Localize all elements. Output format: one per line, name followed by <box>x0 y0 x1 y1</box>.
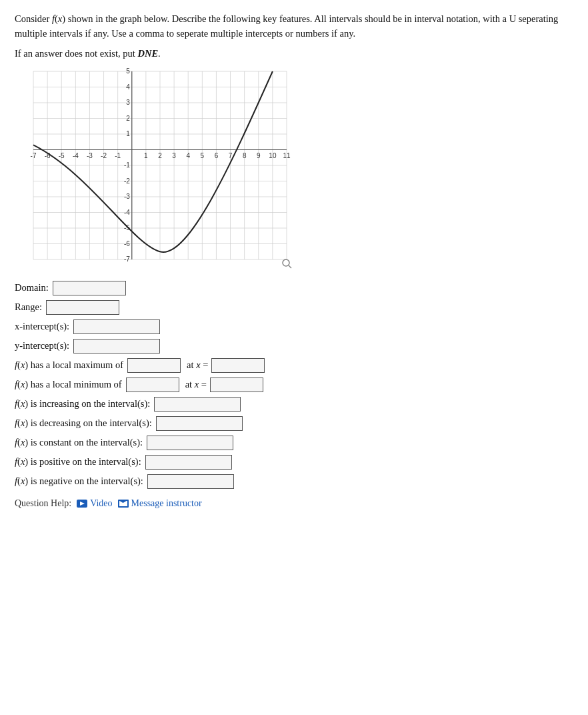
mail-icon <box>118 500 129 508</box>
video-icon <box>77 500 87 508</box>
instructions-text: Consider f(x) shown in the graph below. … <box>15 12 573 41</box>
local-max-x-input[interactable] <box>211 358 265 373</box>
decreasing-row: f(x) is decreasing on the interval(s): <box>15 416 573 431</box>
fields-section: Domain: Range: x-intercept(s): y-interce… <box>15 281 573 489</box>
message-instructor-label: Message instructor <box>131 498 202 509</box>
increasing-input[interactable] <box>154 397 241 412</box>
dne-instruction: If an answer does not exist, put DNE. <box>15 48 573 59</box>
video-label: Video <box>90 498 112 509</box>
constant-row: f(x) is constant on the interval(s): <box>15 436 573 450</box>
y-intercept-input[interactable] <box>73 339 160 353</box>
local-min-value-input[interactable] <box>126 378 179 392</box>
local-max-at-label: at x = <box>187 358 208 372</box>
x-intercept-row: x-intercept(s): <box>15 319 573 334</box>
positive-row: f(x) is positive on the interval(s): <box>15 455 573 470</box>
graph-container <box>15 65 295 271</box>
increasing-label: f(x) is increasing on the interval(s): <box>15 397 150 410</box>
question-help-label: Question Help: <box>15 498 71 509</box>
range-row: Range: <box>15 300 573 315</box>
range-label: Range: <box>15 300 42 313</box>
zoom-icon[interactable] <box>281 258 292 269</box>
negative-row: f(x) is negative on the interval(s): <box>15 474 573 489</box>
negative-input[interactable] <box>147 474 234 489</box>
decreasing-input[interactable] <box>156 416 243 431</box>
positive-input[interactable] <box>145 455 232 470</box>
decreasing-label: f(x) is decreasing on the interval(s): <box>15 416 152 430</box>
message-instructor-link[interactable]: Message instructor <box>118 498 202 509</box>
function-graph <box>15 65 295 271</box>
domain-input[interactable] <box>53 281 126 295</box>
range-input[interactable] <box>46 300 119 315</box>
x-intercept-input[interactable] <box>73 319 160 334</box>
domain-label: Domain: <box>15 281 49 294</box>
local-min-label: f(x) has a local minimum of <box>15 378 122 391</box>
y-intercept-label: y-intercept(s): <box>15 339 69 352</box>
constant-label: f(x) is constant on the interval(s): <box>15 436 143 449</box>
local-min-row: f(x) has a local minimum of at x = <box>15 378 573 392</box>
negative-label: f(x) is negative on the interval(s): <box>15 474 143 488</box>
positive-label: f(x) is positive on the interval(s): <box>15 455 141 468</box>
svg-line-1 <box>289 265 291 268</box>
domain-row: Domain: <box>15 281 573 295</box>
local-max-label: f(x) has a local maximum of <box>15 358 123 372</box>
local-max-value-input[interactable] <box>127 358 181 373</box>
x-intercept-label: x-intercept(s): <box>15 319 69 333</box>
svg-point-0 <box>283 259 289 266</box>
constant-input[interactable] <box>147 436 233 450</box>
y-intercept-row: y-intercept(s): <box>15 339 573 353</box>
local-min-at-label: at x = <box>185 378 207 391</box>
question-help-bar: Question Help: Video Message instructor <box>15 498 573 509</box>
local-max-row: f(x) has a local maximum of at x = <box>15 358 573 373</box>
increasing-row: f(x) is increasing on the interval(s): <box>15 397 573 412</box>
video-help-link[interactable]: Video <box>77 498 112 509</box>
local-min-x-input[interactable] <box>210 378 263 392</box>
